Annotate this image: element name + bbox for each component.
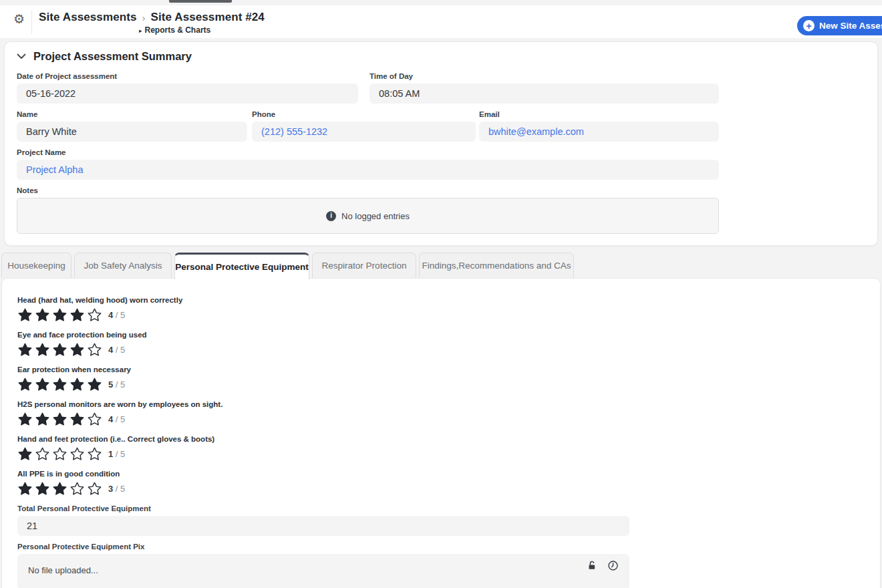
tab-respirator-protection[interactable]: Respirator Protection bbox=[312, 253, 416, 278]
star-filled-icon[interactable] bbox=[17, 307, 33, 323]
date-field: Date of Project assessment bbox=[17, 72, 358, 104]
total-input[interactable] bbox=[17, 516, 629, 536]
pix-field: Personal Protective Equipment Pix No fil… bbox=[17, 543, 880, 588]
new-site-assessment-button[interactable]: + New Site Assessment bbox=[797, 16, 882, 35]
pix-actions bbox=[587, 560, 619, 571]
summary-row-2: Name Phone Email bbox=[17, 110, 877, 142]
rating-max: / 5 bbox=[113, 345, 125, 355]
tab-personal-protective-equipment[interactable]: Personal Protective Equipment bbox=[174, 253, 309, 279]
summary-collapse-header[interactable]: Project Assessment Summary bbox=[17, 50, 877, 63]
star-empty-icon[interactable] bbox=[87, 481, 102, 496]
rating-label: All PPE is in good condition bbox=[17, 470, 880, 478]
star-filled-icon[interactable] bbox=[17, 377, 33, 392]
breadcrumb-separator-icon: › bbox=[142, 12, 146, 23]
tab-findings-recommendations[interactable]: Findings,Recommendations and CAs bbox=[419, 253, 574, 278]
star-filled-icon[interactable] bbox=[17, 342, 33, 357]
star-filled-icon[interactable] bbox=[35, 307, 50, 323]
star-empty-icon[interactable] bbox=[87, 342, 102, 357]
email-input[interactable] bbox=[479, 122, 719, 142]
star-filled-icon[interactable] bbox=[69, 412, 85, 427]
phone-input[interactable] bbox=[252, 122, 476, 142]
star-empty-icon[interactable] bbox=[87, 307, 102, 323]
rating-label: H2S personal monitors are worn by employ… bbox=[17, 400, 880, 408]
browser-tab-indicator bbox=[169, 0, 232, 3]
star-filled-icon[interactable] bbox=[17, 446, 33, 462]
time-input[interactable] bbox=[370, 84, 719, 104]
tab-bar: Housekeeping Job Safety Analysis Persona… bbox=[1, 253, 574, 279]
star-filled-icon[interactable] bbox=[52, 481, 67, 496]
rating-label: Head (hard hat, welding hood) worn corre… bbox=[17, 296, 880, 304]
settings-gear-icon[interactable]: ⚙ bbox=[13, 13, 25, 25]
notes-empty-box[interactable]: i No logged entries bbox=[17, 198, 719, 234]
star-filled-icon[interactable] bbox=[17, 412, 33, 427]
star-filled-icon[interactable] bbox=[52, 377, 67, 392]
star-filled-icon[interactable] bbox=[52, 412, 67, 427]
rating-max: / 5 bbox=[113, 380, 125, 390]
summary-row-1: Date of Project assessment Time of Day bbox=[17, 72, 877, 104]
file-upload-box[interactable]: No file uploaded... bbox=[17, 554, 629, 588]
star-filled-icon[interactable] bbox=[52, 342, 67, 357]
rating-row: 4 / 5 bbox=[17, 410, 880, 428]
notes-label: Notes bbox=[17, 186, 877, 194]
star-rating[interactable] bbox=[17, 412, 102, 427]
star-filled-icon[interactable] bbox=[35, 481, 50, 496]
star-empty-icon[interactable] bbox=[87, 446, 102, 462]
rating-text: 5 / 5 bbox=[108, 380, 125, 390]
star-filled-icon[interactable] bbox=[35, 342, 50, 357]
total-field: Total Personal Protective Equipment bbox=[17, 504, 880, 536]
rating-row: 4 / 5 bbox=[17, 306, 880, 323]
rating-text: 4 / 5 bbox=[108, 414, 125, 424]
star-empty-icon[interactable] bbox=[52, 446, 67, 462]
rating-row: 3 / 5 bbox=[17, 480, 880, 497]
star-empty-icon[interactable] bbox=[35, 446, 50, 462]
plus-icon: + bbox=[803, 20, 815, 31]
phone-field: Phone bbox=[252, 110, 476, 142]
star-empty-icon[interactable] bbox=[69, 481, 85, 496]
rating-text: 3 / 5 bbox=[108, 484, 125, 494]
star-rating[interactable] bbox=[17, 307, 102, 323]
unlock-icon[interactable] bbox=[587, 560, 597, 571]
breadcrumb-site-assessments[interactable]: Site Assessments bbox=[39, 11, 137, 24]
rating-max: / 5 bbox=[113, 414, 125, 424]
rating-row: 1 / 5 bbox=[17, 445, 880, 462]
project-name-input[interactable] bbox=[17, 160, 719, 180]
name-label: Name bbox=[17, 110, 247, 118]
tab-housekeeping[interactable]: Housekeeping bbox=[1, 253, 71, 278]
star-filled-icon[interactable] bbox=[87, 377, 102, 392]
rating-item: Head (hard hat, welding hood) worn corre… bbox=[17, 296, 880, 323]
header: ⚙ Site Assessments › Site Assessment #24… bbox=[0, 5, 882, 38]
star-rating[interactable] bbox=[17, 342, 102, 357]
star-rating[interactable] bbox=[17, 377, 102, 392]
sub-breadcrumb-label: Reports & Charts bbox=[145, 25, 211, 35]
chevron-down-icon bbox=[17, 53, 26, 59]
tab-content-panel: Head (hard hat, welding hood) worn corre… bbox=[1, 278, 881, 588]
star-filled-icon[interactable] bbox=[69, 342, 85, 357]
name-input[interactable] bbox=[17, 122, 247, 142]
date-label: Date of Project assessment bbox=[17, 72, 358, 80]
star-filled-icon[interactable] bbox=[69, 307, 85, 323]
star-empty-icon[interactable] bbox=[87, 412, 102, 427]
date-input[interactable] bbox=[17, 84, 358, 104]
project-name-field: Project Name bbox=[17, 148, 719, 180]
star-empty-icon[interactable] bbox=[69, 446, 85, 462]
breadcrumb-current: Site Assessment #24 bbox=[151, 11, 265, 24]
info-icon: i bbox=[326, 211, 336, 221]
triangle-right-icon: ▸ bbox=[139, 27, 142, 34]
clock-icon[interactable] bbox=[607, 560, 619, 571]
pix-label: Personal Protective Equipment Pix bbox=[17, 543, 880, 551]
rating-row: 5 / 5 bbox=[17, 376, 880, 393]
star-filled-icon[interactable] bbox=[69, 377, 85, 392]
star-filled-icon[interactable] bbox=[52, 307, 67, 323]
rating-row: 4 / 5 bbox=[17, 341, 880, 358]
star-filled-icon[interactable] bbox=[35, 412, 50, 427]
ratings-list: Head (hard hat, welding hood) worn corre… bbox=[17, 296, 880, 497]
tab-job-safety-analysis[interactable]: Job Safety Analysis bbox=[74, 253, 172, 278]
star-rating[interactable] bbox=[17, 446, 102, 462]
sub-breadcrumb-reports-charts[interactable]: ▸Reports & Charts bbox=[39, 25, 265, 35]
new-button-label: New Site Assessment bbox=[819, 21, 882, 31]
star-filled-icon[interactable] bbox=[17, 481, 33, 496]
rating-max: / 5 bbox=[113, 484, 125, 494]
time-label: Time of Day bbox=[370, 72, 719, 80]
star-rating[interactable] bbox=[17, 481, 102, 496]
star-filled-icon[interactable] bbox=[35, 377, 50, 392]
